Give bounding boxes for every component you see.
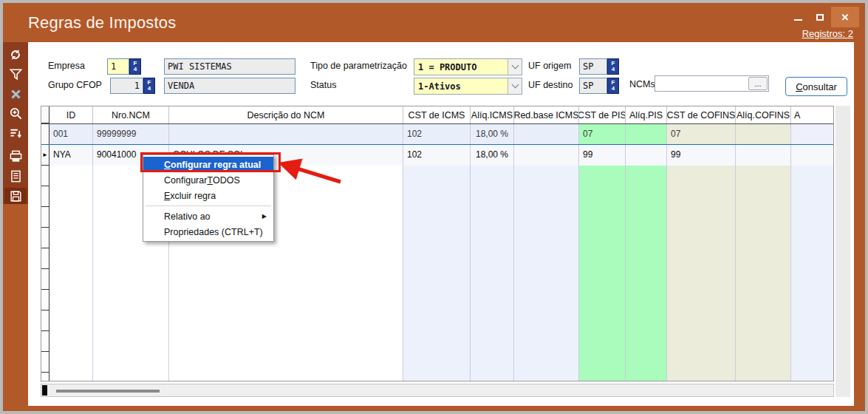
chevron-down-icon <box>511 62 519 69</box>
report-icon <box>9 169 23 183</box>
grid-gutter-header <box>41 106 49 123</box>
zoom-icon <box>9 106 23 121</box>
column-header-cst_cofins[interactable]: CST de COFINS <box>667 106 736 123</box>
uf-origem-f4-button[interactable]: F4 <box>607 58 619 75</box>
scrollbar-anchor <box>42 385 47 396</box>
empresa-name-field: PWI SISTEMAS <box>164 58 295 75</box>
menu-item-relativo-ao[interactable]: Relativo ao▶ <box>143 208 273 224</box>
cell-red_base[interactable] <box>514 124 579 145</box>
column-header-red_base[interactable]: Red.base ICMS <box>514 106 579 123</box>
print-icon <box>9 149 23 163</box>
cell-id[interactable]: NYA <box>49 145 93 166</box>
cell-aliq_icms[interactable]: 18,00 % <box>471 145 514 166</box>
column-header-cst_icms[interactable]: CST de ICMS <box>403 106 471 123</box>
menu-item-propriedades-ctrl-t[interactable]: Propriedades (CTRL+T) <box>143 224 273 240</box>
vertical-scrollbar[interactable] <box>835 106 850 397</box>
registros-link[interactable]: Registros: 2 <box>802 28 853 39</box>
cell-aliq_cofins[interactable] <box>736 145 791 166</box>
save-button[interactable] <box>4 188 27 204</box>
cell-nro_ncm[interactable]: 99999999 <box>93 124 169 145</box>
close-button[interactable]: ✕ <box>831 7 859 27</box>
empresa-code-input[interactable]: 1 <box>107 58 129 75</box>
cell-cst_pis[interactable]: 07 <box>579 124 626 145</box>
scrollbar-thumb[interactable] <box>56 390 160 393</box>
menu-separator <box>146 206 271 206</box>
status-label: Status <box>310 80 336 90</box>
column-header-aliq_pis[interactable]: Alíq.PIS <box>626 106 667 123</box>
cell-cst_cofins[interactable]: 99 <box>667 145 736 166</box>
chevron-down-icon <box>511 81 519 89</box>
status-dropdown-button[interactable] <box>508 78 522 94</box>
column-header-id[interactable]: ID <box>49 106 93 123</box>
cell-aliq_icms[interactable]: 18,00 % <box>471 124 514 145</box>
empresa-label: Empresa <box>48 61 85 71</box>
print-button[interactable] <box>4 149 27 165</box>
cell-descricao[interactable] <box>169 124 403 145</box>
cell-aliq_pis[interactable] <box>626 145 667 166</box>
horizontal-scrollbar[interactable] <box>41 384 834 397</box>
report-button[interactable] <box>4 169 27 185</box>
close-icon: ✕ <box>841 12 850 23</box>
save-icon <box>9 189 23 203</box>
empty-column-cst_cofins <box>667 166 736 381</box>
sort-icon <box>9 126 23 140</box>
grupo-cfop-code-input[interactable]: 1 <box>110 78 143 94</box>
app-window: Regras de Impostos ✕ Registros: 2 <box>3 3 865 411</box>
cell-cst_icms[interactable]: 102 <box>403 124 471 145</box>
content-panel: Empresa 1 F4 PWI SISTEMAS Grupo CFOP 1 F… <box>28 42 854 406</box>
uf-destino-input[interactable]: SP <box>579 78 607 94</box>
cell-aliq_cofins[interactable] <box>736 124 791 145</box>
status-value: 1-Ativos <box>414 78 508 94</box>
tipo-select[interactable]: 1 = PRODUTO <box>414 58 522 75</box>
cancel-button[interactable] <box>4 86 27 102</box>
column-header-cst_pis[interactable]: CST de PIS <box>579 106 626 123</box>
uf-destino-f4-button[interactable]: F4 <box>607 78 619 94</box>
cell-cst_icms[interactable]: 102 <box>403 145 471 166</box>
submenu-arrow-icon: ▶ <box>262 213 267 220</box>
ncms-input[interactable]: ... <box>655 75 769 92</box>
refresh-button[interactable] <box>4 47 27 63</box>
column-header-aliq_cofins[interactable]: Alíq.COFINS <box>736 106 791 123</box>
cell-cst_pis[interactable]: 99 <box>579 145 626 166</box>
zoom-button[interactable] <box>4 106 27 122</box>
cell-a_partial[interactable] <box>791 124 834 145</box>
cell-id[interactable]: 001 <box>49 124 93 145</box>
cell-red_base[interactable] <box>514 145 579 166</box>
f4-label-bottom: 4 <box>148 86 151 92</box>
status-select[interactable]: 1-Ativos <box>414 78 522 95</box>
filter-button[interactable] <box>4 67 27 83</box>
f4-label-bottom: 4 <box>612 86 615 92</box>
filter-icon <box>9 67 23 81</box>
table-row[interactable]: 0019999999910218,00 %0707 <box>41 124 833 145</box>
empty-column-aliq_icms <box>471 166 514 381</box>
screenshot-root: Regras de Impostos ✕ Registros: 2 <box>0 0 868 414</box>
window-title: Regras de Impostos <box>28 13 176 33</box>
menu-item-configurar-todos[interactable]: Configurar TODOS <box>143 172 273 188</box>
cell-cst_cofins[interactable]: 07 <box>667 124 736 145</box>
uf-destino-label: UF destino <box>528 80 573 90</box>
maximize-icon <box>816 14 824 21</box>
maximize-button[interactable] <box>809 7 831 27</box>
minimize-button[interactable] <box>787 7 809 27</box>
empresa-f4-button[interactable]: F4 <box>129 58 141 75</box>
row-gutter <box>41 124 49 145</box>
empty-column-red_base <box>514 166 579 381</box>
sort-button[interactable] <box>4 125 27 141</box>
column-header-a_partial[interactable]: A <box>791 106 834 123</box>
ncms-browse-button[interactable]: ... <box>748 77 768 90</box>
cell-a_partial[interactable] <box>791 145 834 166</box>
column-header-descricao[interactable]: Descrição do NCM <box>169 106 403 123</box>
menu-item-excluir-regra[interactable]: Excluir regra <box>143 188 273 203</box>
consultar-button[interactable]: Consultar <box>785 77 847 96</box>
column-header-nro_ncm[interactable]: Nro.NCM <box>93 106 169 123</box>
current-row-marker: ► <box>41 145 49 166</box>
cell-aliq_pis[interactable] <box>626 124 667 145</box>
tipo-dropdown-button[interactable] <box>508 59 522 75</box>
uf-origem-input[interactable]: SP <box>579 58 607 75</box>
f4-label-bottom: 4 <box>134 67 137 72</box>
row-gutter-track <box>41 166 49 381</box>
column-header-aliq_icms[interactable]: Alíq.ICMS <box>471 106 514 123</box>
empty-column-a_partial <box>791 166 834 381</box>
grupo-f4-button[interactable]: F4 <box>143 78 155 94</box>
grid-header-row: IDNro.NCMDescrição do NCMCST de ICMSAlíq… <box>41 106 833 124</box>
